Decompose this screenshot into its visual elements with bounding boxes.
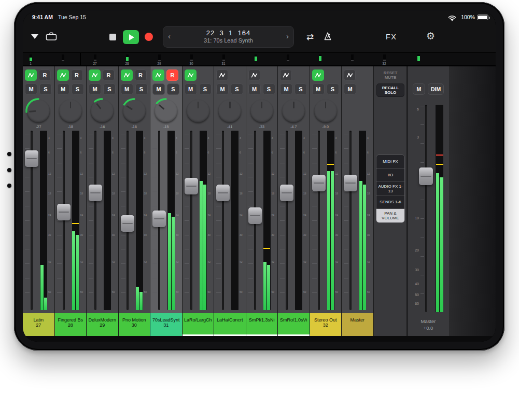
master-fader-track[interactable] [425,105,427,312]
record-enable-button[interactable]: R [103,69,115,81]
fader-cap[interactable] [89,185,102,201]
channel-strip[interactable]: M S -41 36121824304260 LaHa/Concrt [214,66,246,336]
fx-button[interactable]: FX [386,33,397,41]
view-button[interactable]: MIDI FX [376,155,404,169]
pan-knob[interactable] [89,97,116,124]
track-label[interactable]: LaRo/LargCh [183,313,214,336]
chevron-right-icon[interactable]: › [286,32,289,40]
automation-button[interactable] [216,69,228,81]
fader-track[interactable] [190,131,192,310]
channel-strip[interactable]: R M S -27 36121824304260 Latin 27 [23,66,55,336]
recall-solo-button[interactable]: RECALL SOLO [376,83,404,97]
chevron-left-icon[interactable]: ‹ [168,32,171,40]
view-button[interactable]: AUDIO FX 1-13 [376,182,404,195]
lcd-display[interactable]: ‹ › 22 3 1 164 31: 70s Lead Synth [163,26,294,48]
track-label[interactable]: Stereo Out 32 [310,313,342,336]
pan-knob[interactable] [248,97,275,124]
settings-gear-icon[interactable]: ⚙ [426,30,435,42]
mute-button[interactable]: M [248,83,261,95]
automation-button[interactable] [312,69,324,81]
record-enable-button[interactable]: R [71,69,83,81]
automation-button[interactable] [121,69,133,81]
fader-cap[interactable] [121,215,134,232]
fader-cap[interactable] [344,175,357,191]
view-button[interactable]: PAN & VOLUME [376,209,404,222]
overview-meter-tick[interactable] [417,54,420,61]
overview-meter-tick[interactable] [190,54,193,61]
automation-button[interactable] [185,69,197,81]
fader-cap[interactable] [216,185,230,201]
channel-strip[interactable]: M 36121824304260 Master [342,66,374,336]
solo-button[interactable]: S [135,83,148,95]
fader-cap[interactable] [248,207,262,224]
fader-cap[interactable] [312,175,326,191]
mute-button[interactable]: M [57,83,69,95]
channel-strip[interactable]: M S 36121824304260 LaRo/LargCh [183,66,215,336]
overview-meter-tick[interactable] [94,54,96,61]
channel-strip[interactable]: M S -4.7 36121824304260 SmRo/1.0sVi [278,66,310,336]
channel-strip[interactable]: M S -9.0 36121824304260 Stereo Out 32 [310,66,342,336]
automation-button[interactable] [344,69,356,81]
play-button[interactable] [123,30,139,44]
track-label[interactable]: Latin 27 [23,313,54,336]
fader-track[interactable] [94,131,96,310]
overview-meter-tick[interactable] [126,54,129,61]
automation-button[interactable] [248,69,260,81]
channel-strip[interactable]: R M S -15 36121824304260 70sLeadSynt 31 [150,66,183,336]
reset-mute-button[interactable]: RESET MUTE [382,71,399,80]
mute-button[interactable]: M [344,83,356,95]
overview-meter-tick[interactable] [319,54,321,61]
fader-track[interactable] [222,131,224,310]
automation-button[interactable] [89,69,101,81]
fader-cap[interactable] [280,185,293,201]
pan-knob[interactable] [152,97,179,124]
mute-button[interactable]: M [280,83,292,95]
fader-cap[interactable] [185,178,198,194]
automation-button[interactable] [25,69,37,81]
mute-button[interactable]: M [25,83,37,95]
pan-knob[interactable] [121,97,148,124]
pan-knob[interactable] [185,97,212,124]
track-label[interactable]: SmPl/1.3sNi [246,313,278,336]
fader-track[interactable] [63,131,65,310]
track-label[interactable]: DeluxModern 29 [87,313,118,336]
fader-track[interactable] [286,131,288,310]
fader-cap[interactable] [57,204,71,220]
solo-button[interactable]: S [263,83,275,95]
fader-track[interactable] [318,131,320,310]
pan-knob[interactable] [216,97,243,124]
record-button[interactable] [145,33,153,41]
automation-button[interactable] [152,69,164,81]
mute-button[interactable]: M [312,83,325,95]
channel-strip[interactable]: M S -33 36121824304260 SmPl/1.3sNi [246,66,278,336]
solo-button[interactable]: S [327,83,339,95]
fader-cap[interactable] [25,150,38,167]
cycle-icon[interactable]: ⇄ [306,32,314,43]
channel-strip[interactable]: R M S -16 36121824304260 Pno Motion 30 [119,66,151,336]
pan-knob[interactable] [280,97,307,124]
track-label[interactable]: LaHa/Concrt [214,313,246,336]
loop-browser-icon[interactable] [46,32,57,43]
chevron-down-icon[interactable] [31,34,38,39]
automation-button[interactable] [57,69,69,81]
stop-button[interactable] [109,34,116,40]
overview-meter-tick[interactable] [351,54,354,61]
mute-button[interactable]: M [152,83,165,95]
channel-strip[interactable]: R M S -18 36121824304260 Fingered Bs 28 [55,66,87,336]
track-label[interactable]: 70sLeadSynt 31 [150,313,182,336]
track-label[interactable]: SmRo/1.0sVi [278,313,310,336]
view-button[interactable]: I/O [376,169,404,182]
mute-button[interactable]: M [121,83,133,95]
solo-button[interactable]: S [231,83,243,95]
mute-button[interactable]: M [89,83,101,95]
record-enable-button[interactable]: R [39,69,51,81]
track-label[interactable]: Fingered Bs 28 [55,313,87,336]
channel-strip[interactable]: R M S -16 36121824304260 DeluxModern 29 [87,66,119,336]
overview-meter-tick[interactable] [158,54,161,61]
solo-button[interactable]: S [72,83,84,95]
solo-button[interactable]: S [167,83,179,95]
pan-knob[interactable] [312,97,339,124]
record-enable-button[interactable]: R [135,69,147,81]
pan-knob[interactable] [25,97,52,124]
overview-meter-tick[interactable] [62,54,64,61]
